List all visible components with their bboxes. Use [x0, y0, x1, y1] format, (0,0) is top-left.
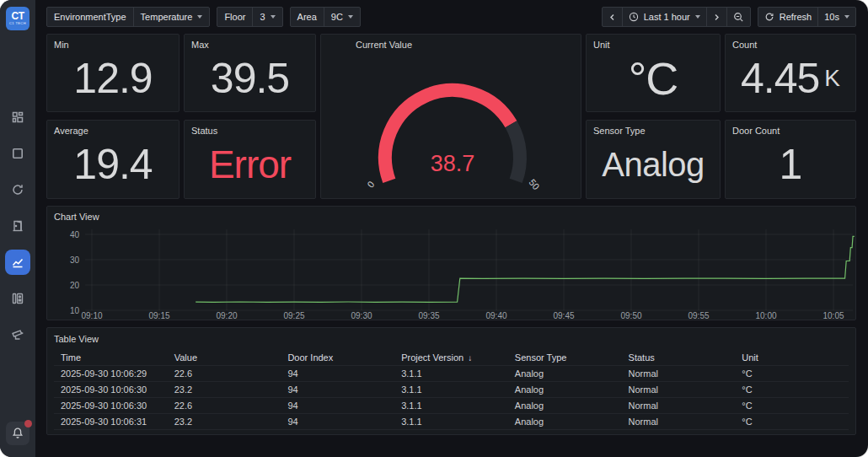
time-shift-forward-button[interactable]	[707, 8, 727, 26]
gauge-min-label: 0	[365, 179, 376, 189]
device-panel-icon	[10, 291, 25, 306]
refresh-label: Refresh	[780, 12, 812, 22]
x-tick-label: 09:45	[553, 311, 574, 320]
stat-value: 4.45 K	[726, 35, 855, 111]
filter-value-dropdown[interactable]: 9C	[324, 8, 360, 26]
x-tick-label: 10:05	[822, 311, 844, 320]
filter-value-text: 3	[260, 12, 265, 22]
stat-value: 39.5	[185, 35, 315, 111]
stat-value-error: Error	[185, 121, 315, 198]
sidebar-item-dashboards[interactable]	[5, 105, 30, 130]
sidebar-item-sync[interactable]	[5, 177, 30, 202]
column-header-project-version[interactable]: Project Version↓	[394, 350, 508, 365]
time-range-picker[interactable]: Last 1 hour	[623, 8, 707, 26]
stat-panel-sensor-type: Sensor Type Analog	[586, 120, 721, 199]
table-cell: Analog	[508, 398, 622, 413]
sidebar-item-cameras[interactable]	[5, 322, 30, 347]
table-header-row: TimeValueDoor IndexProject Version↓Senso…	[54, 350, 849, 366]
table-cell: Normal	[622, 398, 736, 413]
toolbar-right: Last 1 hour	[602, 7, 856, 27]
app-window: CT C1 TECH	[0, 0, 868, 457]
filter-label: Floor	[217, 8, 253, 26]
table-cell: °C	[735, 398, 849, 413]
x-tick-label: 09:40	[485, 311, 506, 320]
table-cell: Analog	[508, 366, 622, 381]
table-row: 2025-09-30 10:06:3023.2943.1.1AnalogNorm…	[54, 382, 849, 398]
notifications-button[interactable]	[6, 422, 29, 445]
x-tick-label: 09:20	[216, 311, 237, 320]
filter-value-dropdown[interactable]: Temperature	[134, 8, 210, 26]
column-header-time[interactable]: Time	[54, 350, 168, 365]
x-tick-label: 09:55	[688, 311, 709, 320]
table-cell: 94	[281, 398, 394, 413]
filter-bar: EnvironmentType Temperature Floor 3 Area	[46, 7, 361, 27]
table-row: 2025-09-30 10:06:3123.2943.1.1AnalogNorm…	[54, 414, 849, 430]
clock-icon	[629, 12, 639, 22]
filter-value-dropdown[interactable]: 3	[253, 8, 281, 26]
stat-panel-average: Average 19.4	[46, 120, 179, 199]
chevron-down-icon	[348, 15, 353, 19]
stat-number: 4.45	[741, 57, 819, 99]
time-shift-back-button[interactable]	[603, 8, 623, 26]
refresh-icon	[764, 12, 774, 22]
logo-subtext: C1 TECH	[9, 21, 26, 25]
column-header-sensor-type[interactable]: Sensor Type	[508, 350, 622, 365]
y-tick-label: 10	[70, 306, 80, 315]
empty-space	[46, 435, 856, 457]
refresh-button[interactable]: Refresh	[758, 8, 819, 26]
zoom-out-time-button[interactable]	[727, 8, 750, 26]
x-tick-label: 09:30	[351, 311, 372, 320]
table-cell: Normal	[622, 366, 736, 381]
stat-value: 12.9	[47, 35, 179, 111]
filter-label: EnvironmentType	[47, 8, 134, 26]
table-cell: 23.2	[168, 414, 281, 429]
table-cell: 2025-09-30 10:06:31	[54, 414, 168, 429]
chevron-down-icon	[695, 15, 700, 19]
stat-panel-status: Status Error	[184, 120, 316, 199]
stats-grid: Min 12.9 Max 39.5 Current Value 38.7050 …	[46, 34, 856, 199]
column-header-unit[interactable]: Unit	[735, 350, 849, 365]
refresh-interval-dropdown[interactable]: 10s	[818, 8, 855, 26]
stat-panel-door-count: Door Count 1	[725, 120, 856, 199]
stat-panel-count: Count 4.45 K	[725, 34, 856, 112]
stat-value: 19.4	[47, 121, 179, 198]
y-tick-label: 40	[70, 230, 80, 239]
table-cell: Analog	[508, 414, 622, 429]
table-cell: 2025-09-30 10:06:30	[54, 398, 168, 413]
x-tick-label: 09:15	[148, 311, 169, 320]
table-cell: 3.1.1	[394, 398, 508, 413]
column-header-status[interactable]: Status	[622, 350, 736, 365]
stat-panel-min: Min 12.9	[46, 34, 179, 112]
gauge-max-label: 50	[528, 177, 542, 191]
table-cell: °C	[735, 382, 849, 397]
gauge-value: 38.7	[431, 151, 475, 176]
table-cell: Normal	[622, 382, 736, 397]
time-series-chart[interactable]: 1020304009:1009:1509:2009:2509:3009:3509…	[47, 207, 855, 320]
gauge-arc	[511, 124, 520, 180]
sidebar-item-frames[interactable]	[5, 141, 30, 166]
app-logo[interactable]: CT C1 TECH	[6, 7, 29, 30]
column-header-value[interactable]: Value	[168, 350, 281, 365]
square-icon	[10, 146, 25, 161]
gauge-panel-current-value: Current Value 38.7050	[320, 34, 581, 199]
chevron-down-icon	[844, 15, 849, 19]
door-icon	[10, 218, 25, 234]
stat-value: °C	[587, 35, 720, 111]
chevron-down-icon	[271, 15, 276, 19]
sidebar-item-devices[interactable]	[5, 286, 30, 311]
column-header-door-index[interactable]: Door Index	[281, 350, 394, 365]
time-range-label: Last 1 hour	[644, 12, 690, 22]
sidebar-item-doors[interactable]	[5, 213, 30, 239]
chevron-left-icon	[608, 13, 616, 21]
filter-area: Area 9C	[290, 7, 361, 27]
sort-desc-icon: ↓	[468, 353, 472, 363]
filter-value-text: 9C	[331, 12, 343, 22]
table-cell: 2025-09-30 10:06:29	[54, 366, 168, 381]
line-chart-icon	[10, 255, 25, 270]
sidebar-item-charts[interactable]	[5, 250, 30, 275]
table-cell: 94	[281, 414, 394, 429]
table-row: 2025-09-30 10:06:2922.6943.1.1AnalogNorm…	[54, 366, 849, 382]
sync-icon	[10, 182, 25, 197]
bell-icon	[11, 427, 24, 440]
table-cell: 2025-09-30 10:06:30	[54, 382, 168, 397]
